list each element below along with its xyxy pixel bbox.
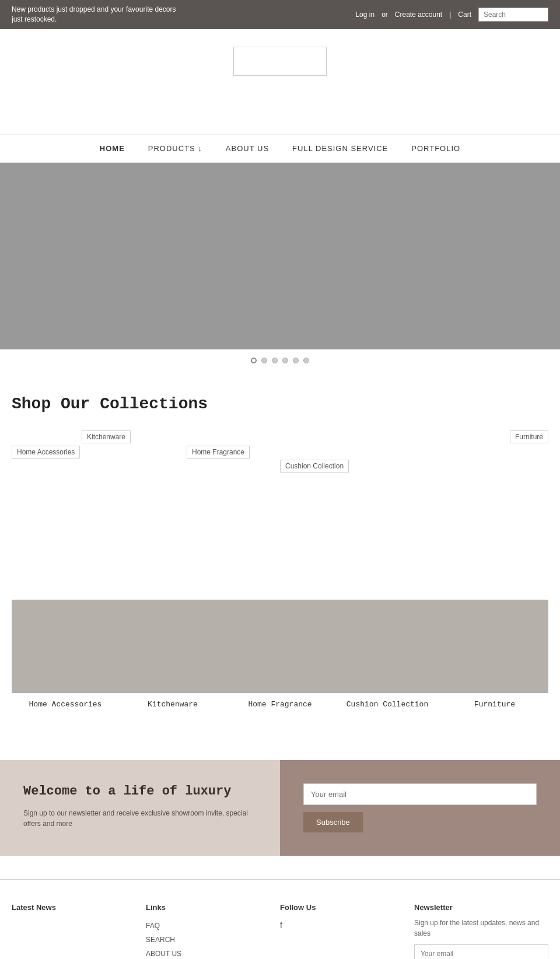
footer-email-input[interactable] [414, 944, 548, 959]
collections-grid-wrapper: Kitchenware Furniture Home Accessories H… [12, 430, 548, 594]
footer-newsletter: Newsletter Sign up for the latest update… [414, 903, 548, 959]
collection-name-cushion: Cushion Collection [346, 700, 428, 713]
collection-img-home-fragrance [226, 600, 334, 693]
collection-name-home-accessories: Home Accessories [29, 700, 102, 713]
login-link[interactable]: Log in [355, 10, 374, 19]
nav-about[interactable]: ABOUT US [226, 144, 269, 153]
facebook-icon[interactable]: f [280, 921, 282, 930]
footer-latest-news: Latest News [12, 903, 146, 959]
newsletter-section: Welcome to a life of luxury Sign up to o… [0, 760, 560, 856]
collection-name-home-fragrance: Home Fragrance [248, 700, 312, 713]
footer-follow-us: Follow Us f [280, 903, 414, 959]
slider-dots [0, 349, 560, 372]
footer-grid: Latest News Links FAQ SEARCH ABOUT US CO… [12, 903, 548, 959]
newsletter-right: Subscribe [280, 760, 560, 856]
collection-kitchenware[interactable]: Kitchenware [119, 600, 226, 713]
footer-link-about[interactable]: ABOUT US [146, 950, 181, 958]
footer-links-title: Links [146, 903, 280, 912]
footer-links-list: FAQ SEARCH ABOUT US CONTACT US CUSHION C… [146, 920, 280, 959]
collection-home-fragrance[interactable]: Home Fragrance [226, 600, 334, 713]
newsletter-description: Sign up to our newsletter and receive ex… [23, 808, 257, 829]
footer-newsletter-title: Newsletter [414, 903, 548, 912]
collections-section: Shop Our Collections Kitchenware Furnitu… [0, 372, 560, 725]
newsletter-title: Welcome to a life of luxury [23, 783, 257, 800]
collection-img-kitchenware [119, 600, 226, 693]
label-kitchenware[interactable]: Kitchenware [82, 430, 131, 443]
divider: | [449, 10, 451, 19]
label-home-accessories[interactable]: Home Accessories [12, 446, 80, 459]
label-cushion-collection[interactable]: Cushion Collection [280, 460, 349, 473]
collections-title: Shop Our Collections [12, 395, 548, 413]
top-bar-right: Log in or Create account | Cart [355, 8, 548, 22]
footer-newsletter-desc: Sign up for the latest updates, news and… [414, 918, 548, 939]
footer-links: Links FAQ SEARCH ABOUT US CONTACT US CUS… [146, 903, 280, 959]
dot-5[interactable] [293, 358, 299, 363]
collection-cushion[interactable]: Cushion Collection [334, 600, 441, 713]
cart-link[interactable]: Cart [458, 10, 471, 19]
announcement-message: New products just dropped and your favou… [12, 5, 187, 24]
newsletter-left: Welcome to a life of luxury Sign up to o… [0, 760, 280, 856]
list-item: FAQ [146, 920, 280, 930]
collection-items: Home Accessories Kitchenware Home Fragra… [12, 600, 548, 713]
or-separator: or [382, 10, 388, 19]
nav-full-design[interactable]: FULL DESIGN SERVICE [292, 144, 388, 153]
create-account-link[interactable]: Create account [395, 10, 442, 19]
dot-6[interactable] [303, 358, 309, 363]
newsletter-email-input[interactable] [303, 783, 537, 805]
dot-4[interactable] [282, 358, 288, 363]
footer-link-faq[interactable]: FAQ [146, 922, 160, 930]
collection-img-furniture [441, 600, 548, 693]
collection-img-cushion [334, 600, 441, 693]
list-item: ABOUT US [146, 948, 280, 958]
dot-3[interactable] [272, 358, 278, 363]
newsletter-subscribe-button[interactable]: Subscribe [303, 812, 363, 832]
list-item: SEARCH [146, 934, 280, 944]
label-furniture[interactable]: Furniture [510, 430, 548, 443]
collection-img-home-accessories [12, 600, 119, 693]
dot-2[interactable] [261, 358, 267, 363]
collection-home-accessories[interactable]: Home Accessories [12, 600, 119, 713]
footer-social: f [280, 920, 414, 930]
search-input[interactable] [478, 8, 548, 22]
hero-slider[interactable] [0, 163, 560, 349]
footer-follow-us-title: Follow Us [280, 903, 414, 912]
collection-name-kitchenware: Kitchenware [148, 700, 198, 713]
logo[interactable] [233, 47, 327, 76]
nav-products[interactable]: PRODUCTS ↓ [148, 144, 202, 153]
main-nav: HOME PRODUCTS ↓ ABOUT US FULL DESIGN SER… [0, 134, 560, 163]
nav-home[interactable]: HOME [100, 144, 125, 153]
footer-latest-news-title: Latest News [12, 903, 146, 912]
collection-name-furniture: Furniture [474, 700, 515, 713]
dot-1[interactable] [251, 358, 257, 363]
footer: Latest News Links FAQ SEARCH ABOUT US CO… [0, 879, 560, 959]
nav-portfolio[interactable]: PORTFOLIO [411, 144, 460, 153]
label-home-fragrance[interactable]: Home Fragrance [187, 446, 250, 459]
footer-link-search[interactable]: SEARCH [146, 936, 175, 944]
top-bar: New products just dropped and your favou… [0, 0, 560, 29]
logo-area [0, 29, 560, 82]
collection-furniture[interactable]: Furniture [441, 600, 548, 713]
